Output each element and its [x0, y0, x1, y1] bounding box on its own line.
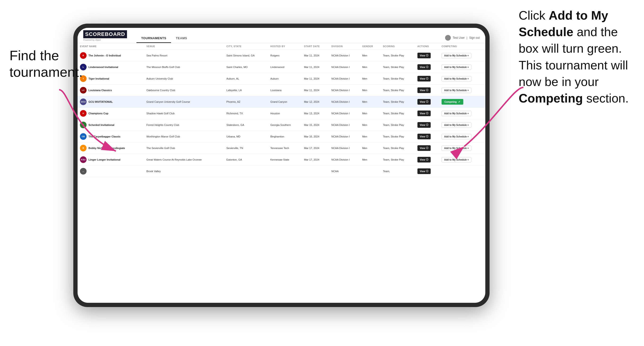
hosted-by-cell: Auburn — [268, 73, 302, 85]
actions-cell: View ⓘ — [415, 85, 439, 96]
view-button[interactable]: View ⓘ — [418, 53, 431, 58]
city-state-cell: Urbana, MD — [224, 131, 268, 142]
gender-cell: Men — [360, 85, 380, 96]
division-cell: NCAA Division I — [329, 61, 360, 73]
view-button[interactable]: View ⓘ — [418, 122, 431, 128]
gender-cell: Men — [360, 131, 380, 142]
start-date-cell: Mar 17, 2024 — [302, 154, 329, 166]
actions-cell: View ⓘ — [415, 131, 439, 142]
view-button[interactable]: View ⓘ — [418, 87, 431, 93]
competing-cell: Add to My Schedule + — [439, 61, 485, 73]
actions-cell: View ⓘ — [415, 73, 439, 85]
scoring-cell: Team, Stroke Play — [380, 142, 415, 154]
actions-cell: View ⓘ — [415, 142, 439, 154]
hosted-by-cell: Kennesaw State — [268, 154, 302, 166]
start-date-cell: Mar 15, 2024 — [302, 119, 329, 131]
gender-cell: Men — [360, 108, 380, 119]
venue-cell: Sea Palms Resort — [144, 50, 224, 61]
division-cell: NCAA — [329, 166, 360, 177]
divider: | — [466, 36, 467, 39]
col-competing: COMPETING — [439, 43, 485, 50]
add-to-schedule-button[interactable]: Add to My Schedule + — [442, 53, 471, 58]
arrow-right — [445, 80, 528, 163]
start-date-cell: Mar 13, 2024 — [302, 108, 329, 119]
scoring-cell: Team, Stroke Play — [380, 61, 415, 73]
app-header: SCOREBOARD Powered by clippd TOURNAMENTS… — [78, 28, 485, 43]
hosted-by-cell: Louisiana — [268, 85, 302, 96]
city-state-cell: Saint Charles, MO — [224, 61, 268, 73]
event-name-cell: RThe Johnnie - O Individual — [78, 50, 144, 61]
view-button[interactable]: View ⓘ — [418, 76, 431, 81]
actions-cell: View ⓘ — [415, 61, 439, 73]
actions-cell: View ⓘ — [415, 154, 439, 166]
view-button[interactable]: View ⓘ — [418, 157, 431, 163]
col-gender: GENDER — [360, 43, 380, 50]
header-right: Test User | Sign out — [445, 35, 480, 43]
division-cell: NCAA Division I — [329, 85, 360, 96]
tab-teams[interactable]: TEAMS — [171, 34, 192, 43]
division-cell: NCAA Division I — [329, 119, 360, 131]
scoring-cell: Team, Stroke Play — [380, 131, 415, 142]
scoring-cell: Team, — [380, 166, 415, 177]
actions-cell: View ⓘ — [415, 96, 439, 108]
scoring-cell: Team, Stroke Play — [380, 119, 415, 131]
hosted-by-cell: Grand Canyon — [268, 96, 302, 108]
col-hosted-by: HOSTED BY — [268, 43, 302, 50]
tab-tournaments[interactable]: TOURNAMENTS — [136, 34, 171, 43]
user-name: Test User — [453, 36, 465, 39]
actions-cell: View ⓘ — [415, 50, 439, 61]
scoring-cell: Team, Stroke Play — [380, 108, 415, 119]
start-date-cell: Mar 16, 2024 — [302, 131, 329, 142]
division-cell: NCAA Division I — [329, 96, 360, 108]
division-cell: NCAA Division I — [329, 131, 360, 142]
division-cell: NCAA Division I — [329, 142, 360, 154]
competing-cell — [439, 166, 485, 177]
venue-cell: Forest Heights Country Club — [144, 119, 224, 131]
hosted-by-cell: Lindenwood — [268, 61, 302, 73]
scoring-cell: Team, Stroke Play — [380, 73, 415, 85]
gender-cell: Men — [360, 119, 380, 131]
view-button[interactable]: View ⓘ — [418, 145, 431, 151]
view-button[interactable]: View ⓘ — [418, 111, 431, 116]
event-name-text: Lindenwood Invitational — [88, 66, 118, 68]
actions-cell: View ⓘ — [415, 119, 439, 131]
actions-cell: View ⓘ — [415, 108, 439, 119]
view-button[interactable]: View ⓘ — [418, 169, 431, 174]
table-row: RThe Johnnie - O IndividualSea Palms Res… — [78, 50, 485, 61]
add-to-schedule-button[interactable]: Add to My Schedule + — [442, 64, 471, 70]
start-date-cell: Mar 11, 2024 — [302, 50, 329, 61]
city-state-cell: Richmond, TX — [224, 108, 268, 119]
view-button[interactable]: View ⓘ — [418, 134, 431, 139]
annotation-right: Click Add to My Schedule and the box wil… — [519, 7, 637, 107]
venue-cell: Brook Valley — [144, 166, 224, 177]
division-cell: NCAA Division I — [329, 154, 360, 166]
table-header-row: EVENT NAME VENUE CITY, STATE HOSTED BY S… — [78, 43, 485, 50]
venue-cell: The Missouri Bluffs Golf Club — [144, 61, 224, 73]
venue-cell: Grand Canyon University Golf Course — [144, 96, 224, 108]
city-state-cell: Statesboro, GA — [224, 119, 268, 131]
gender-cell: Men — [360, 61, 380, 73]
col-event-name: EVENT NAME — [78, 43, 144, 50]
event-name-cell: LLindenwood Invitational — [78, 61, 144, 73]
gender-cell: Men — [360, 154, 380, 166]
city-state-cell — [224, 166, 268, 177]
signout-link[interactable]: Sign out — [469, 36, 480, 39]
competing-cell: Add to My Schedule + — [439, 50, 485, 61]
hosted-by-cell: Rutgers — [268, 50, 302, 61]
start-date-cell — [302, 166, 329, 177]
division-cell: NCAA Division I — [329, 108, 360, 119]
col-division: DIVISION — [329, 43, 360, 50]
hosted-by-cell: Houston — [268, 108, 302, 119]
city-state-cell: Phoenix, AZ — [224, 96, 268, 108]
view-button[interactable]: View ⓘ — [418, 64, 431, 70]
division-cell: NCAA Division I — [329, 50, 360, 61]
gender-cell: Men — [360, 73, 380, 85]
start-date-cell: Mar 11, 2024 — [302, 61, 329, 73]
venue-cell: Worthington Manor Golf Club — [144, 131, 224, 142]
view-button[interactable]: View ⓘ — [418, 99, 431, 105]
table-row: TTiger InvitationalAuburn University Clu… — [78, 73, 485, 85]
event-name-cell: TTiger Invitational — [78, 73, 144, 85]
table-row: LLindenwood InvitationalThe Missouri Blu… — [78, 61, 485, 73]
venue-cell: Auburn University Club — [144, 73, 224, 85]
venue-cell: Oakbourne Country Club — [144, 85, 224, 96]
